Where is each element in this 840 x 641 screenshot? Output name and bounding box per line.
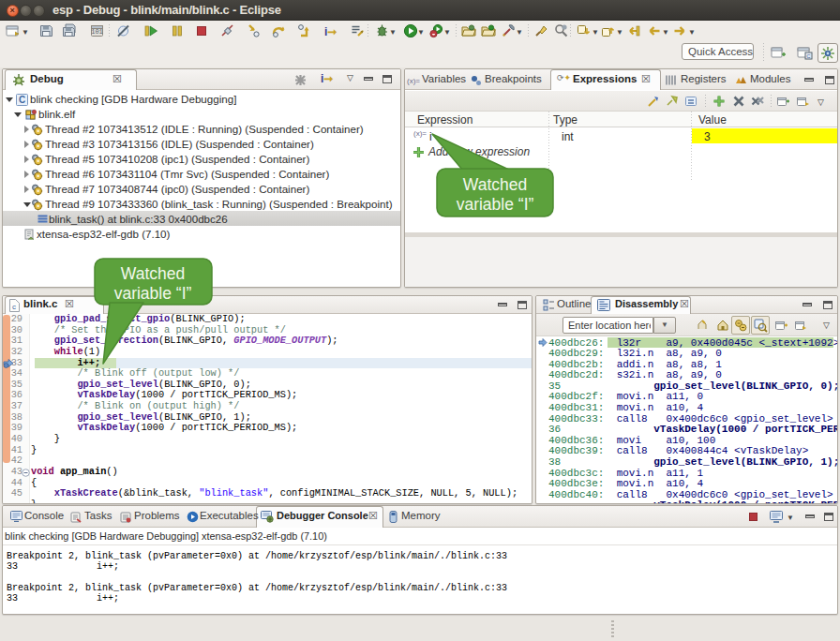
svg-text:variable “I”: variable “I” <box>457 195 534 214</box>
svg-text:Watched: Watched <box>463 175 527 194</box>
svg-text:variable “I”: variable “I” <box>114 284 192 303</box>
svg-text:Watched: Watched <box>121 264 185 283</box>
